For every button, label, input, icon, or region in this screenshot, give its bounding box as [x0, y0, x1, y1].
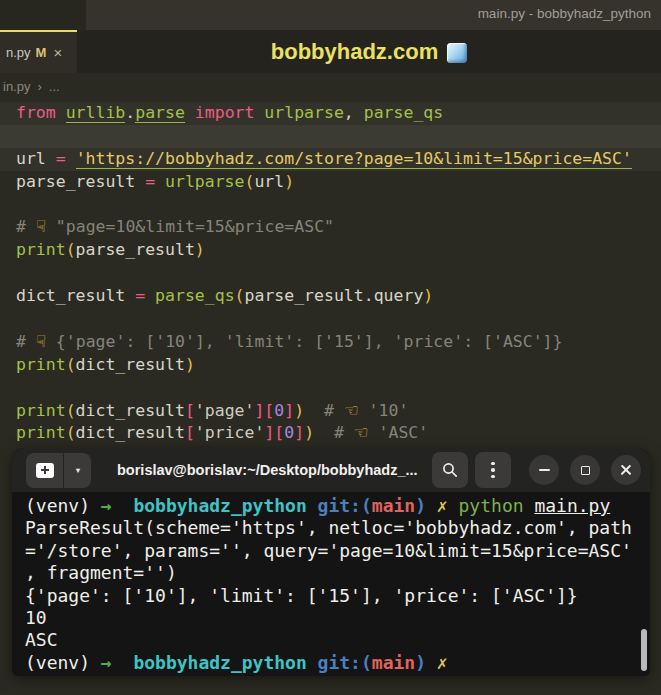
- breadcrumb-more[interactable]: ...: [49, 79, 60, 94]
- new-terminal-tab-button[interactable]: [26, 453, 63, 488]
- terminal-line: {'page': ['10'], 'limit': ['15'], 'price…: [25, 585, 650, 607]
- terminal-title: borislav@borislav:~/Desktop/bobbyhadz_..…: [117, 462, 418, 478]
- code-line: url = 'https://bobbyhadz.com/store?page=…: [0, 148, 661, 171]
- screen: main.py - bobbyhadz_python n.py M × bobb…: [0, 0, 661, 695]
- new-tab-split-button: ▼: [26, 453, 91, 488]
- code-line: # ☟ "page=10&limit=15&price=ASC": [0, 216, 661, 239]
- terminal-line: ASC: [25, 629, 650, 651]
- new-terminal-icon: [36, 463, 54, 478]
- window-titlebar: main.py - bobbyhadz_python: [0, 0, 661, 30]
- ice-cube-icon: [447, 43, 467, 63]
- code-editor[interactable]: from urllib.parse import urlparse, parse…: [0, 100, 661, 448]
- code-line: print(dict_result['price'][0]) # ☜ 'ASC': [0, 422, 661, 445]
- breadcrumb: in.py › ...: [0, 73, 661, 100]
- chevron-right-icon: ›: [37, 79, 41, 94]
- terminal-line: ParseResult(scheme='https', netloc='bobb…: [25, 517, 650, 539]
- code-line: [0, 377, 661, 400]
- code-line: print(dict_result): [0, 354, 661, 377]
- terminal-line: (venv) → bobbyhadz_python git:(main) ✗ p…: [25, 495, 650, 517]
- site-title: bobbyhadz.com: [77, 30, 661, 73]
- terminal-line: ='/store', params='', query='page=10&lim…: [25, 540, 650, 562]
- kebab-menu-icon: [491, 462, 495, 479]
- chevron-down-icon: ▼: [74, 466, 81, 474]
- close-button[interactable]: [611, 455, 641, 485]
- menu-button[interactable]: [475, 452, 511, 488]
- code-line: print(parse_result): [0, 239, 661, 262]
- tab-main-py[interactable]: n.py M ×: [0, 30, 77, 73]
- window-title: main.py - bobbyhadz_python: [478, 6, 651, 21]
- terminal-window: ▼ borislav@borislav:~/Desktop/bobbyhadz_…: [12, 448, 650, 676]
- maximize-icon: [581, 466, 590, 475]
- code-line: dict_result = parse_qs(parse_result.quer…: [0, 285, 661, 308]
- minimize-icon: [539, 469, 550, 471]
- code-line: from urllib.parse import urlparse, parse…: [0, 102, 661, 125]
- code-line: [0, 194, 661, 217]
- terminal-line: 10: [25, 607, 650, 629]
- code-line: # ☟ {'page': ['10'], 'limit': ['15'], 'p…: [0, 331, 661, 354]
- code-line: parse_result = urlparse(url): [0, 171, 661, 194]
- tab-close-icon[interactable]: ×: [53, 44, 62, 61]
- code-line: [0, 125, 661, 148]
- minimize-button[interactable]: [529, 455, 559, 485]
- code-line: print(dict_result['page'][0]) # ☜ '10': [0, 400, 661, 423]
- search-button[interactable]: [432, 452, 468, 488]
- close-icon: [620, 464, 632, 476]
- terminal-scrollbar[interactable]: [641, 629, 647, 671]
- breadcrumb-file[interactable]: in.py: [3, 79, 30, 94]
- terminal-output[interactable]: (venv) → bobbyhadz_python git:(main) ✗ p…: [12, 492, 650, 676]
- terminal-line: , fragment=''): [25, 562, 650, 584]
- new-tab-dropdown-button[interactable]: ▼: [64, 453, 91, 488]
- modified-badge: M: [36, 45, 47, 60]
- code-line: [0, 308, 661, 331]
- terminal-header[interactable]: ▼ borislav@borislav:~/Desktop/bobbyhadz_…: [12, 448, 650, 492]
- editor-tab-bar: n.py M × bobbyhadz.com: [0, 30, 661, 73]
- search-icon: [441, 461, 459, 479]
- terminal-line: (venv) → bobbyhadz_python git:(main) ✗: [25, 652, 650, 674]
- maximize-button[interactable]: [570, 455, 600, 485]
- site-title-text: bobbyhadz.com: [271, 39, 438, 65]
- titlebar-left-region: [0, 0, 86, 30]
- tab-label: n.py: [6, 45, 31, 60]
- code-line: [0, 262, 661, 285]
